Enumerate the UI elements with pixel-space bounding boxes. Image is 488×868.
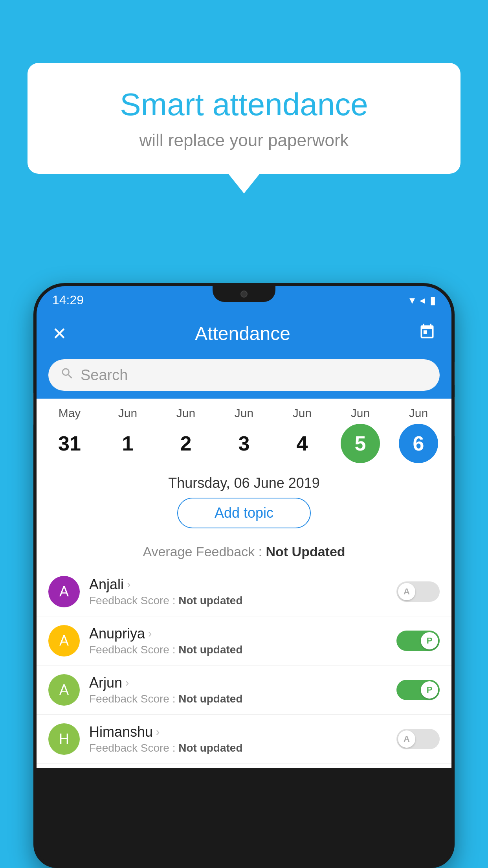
content-area: May31Jun1Jun2Jun3Jun4Jun5Jun6 Thursday, … bbox=[37, 399, 451, 768]
power-button-bottom bbox=[454, 397, 455, 436]
notch bbox=[213, 286, 275, 302]
camera bbox=[240, 291, 248, 298]
calendar-day[interactable]: Jun3 bbox=[220, 406, 268, 463]
calendar-day[interactable]: Jun4 bbox=[279, 406, 326, 463]
toggle-knob: A bbox=[398, 583, 415, 600]
wifi-icon: ▾ bbox=[409, 294, 415, 307]
student-info: Himanshu ›Feedback Score : Not updated bbox=[89, 724, 387, 754]
chevron-icon: › bbox=[156, 726, 160, 738]
student-feedback: Feedback Score : Not updated bbox=[89, 644, 387, 656]
app-header: ✕ Attendance bbox=[37, 314, 451, 353]
volume-button bbox=[33, 393, 34, 425]
calendar-day[interactable]: Jun1 bbox=[104, 406, 151, 463]
toggle-knob: P bbox=[421, 681, 438, 699]
phone-inner: 14:29 ▾ ◂ ▮ ✕ Attendance bbox=[37, 286, 451, 865]
power-button-top bbox=[454, 362, 455, 385]
search-bar-wrapper: Search bbox=[37, 353, 451, 399]
avatar: H bbox=[48, 723, 80, 755]
student-info: Arjun ›Feedback Score : Not updated bbox=[89, 675, 387, 705]
student-info: Anupriya ›Feedback Score : Not updated bbox=[89, 625, 387, 656]
calendar-day[interactable]: Jun5 bbox=[337, 406, 384, 463]
battery-icon: ▮ bbox=[430, 294, 436, 307]
student-info: Anjali ›Feedback Score : Not updated bbox=[89, 576, 387, 607]
selected-date-label: Thursday, 06 June 2019 bbox=[37, 463, 451, 498]
attendance-toggle[interactable]: P bbox=[396, 680, 440, 700]
avatar: A bbox=[48, 674, 80, 706]
status-time: 14:29 bbox=[52, 293, 84, 307]
phone-frame: 14:29 ▾ ◂ ▮ ✕ Attendance bbox=[33, 283, 455, 868]
avg-feedback: Average Feedback : Not Updated bbox=[37, 535, 451, 563]
avatar: A bbox=[48, 576, 80, 607]
calendar-row: May31Jun1Jun2Jun3Jun4Jun5Jun6 bbox=[37, 399, 451, 463]
calendar-day[interactable]: Jun6 bbox=[395, 406, 442, 463]
student-name: Anjali › bbox=[89, 576, 387, 593]
status-icons: ▾ ◂ ▮ bbox=[409, 294, 436, 307]
student-list: AAnjali ›Feedback Score : Not updatedAAA… bbox=[37, 563, 451, 768]
chevron-icon: › bbox=[148, 627, 152, 640]
student-feedback: Feedback Score : Not updated bbox=[89, 594, 387, 607]
speech-bubble: Smart attendance will replace your paper… bbox=[28, 63, 460, 174]
calendar-day[interactable]: Jun2 bbox=[162, 406, 209, 463]
student-item[interactable]: AAnjali ›Feedback Score : Not updatedA bbox=[37, 567, 451, 616]
student-item[interactable]: AArjun ›Feedback Score : Not updatedP bbox=[37, 666, 451, 715]
attendance-toggle[interactable]: P bbox=[396, 631, 440, 651]
avg-feedback-value: Not Updated bbox=[266, 544, 345, 559]
student-name: Himanshu › bbox=[89, 724, 387, 740]
attendance-toggle[interactable]: A bbox=[396, 581, 440, 602]
header-title: Attendance bbox=[195, 323, 290, 344]
signal-icon: ◂ bbox=[420, 294, 425, 307]
calendar-icon[interactable] bbox=[418, 323, 436, 344]
speech-bubble-arrow bbox=[228, 174, 260, 193]
search-icon bbox=[60, 366, 74, 384]
search-placeholder: Search bbox=[81, 367, 128, 384]
toggle-knob: P bbox=[421, 632, 438, 649]
speech-bubble-title: Smart attendance bbox=[59, 86, 429, 123]
chevron-icon: › bbox=[125, 677, 129, 689]
speech-bubble-container: Smart attendance will replace your paper… bbox=[28, 63, 460, 193]
search-bar[interactable]: Search bbox=[48, 359, 440, 391]
student-item[interactable]: HHimanshu ›Feedback Score : Not updatedA bbox=[37, 715, 451, 764]
toggle-knob: A bbox=[398, 730, 415, 748]
avatar: A bbox=[48, 625, 80, 657]
chevron-icon: › bbox=[127, 578, 130, 591]
speech-bubble-subtitle: will replace your paperwork bbox=[59, 131, 429, 150]
student-item[interactable]: AAnupriya ›Feedback Score : Not updatedP bbox=[37, 616, 451, 666]
attendance-toggle[interactable]: A bbox=[396, 729, 440, 749]
add-topic-button[interactable]: Add topic bbox=[177, 498, 311, 528]
student-name: Arjun › bbox=[89, 675, 387, 691]
status-bar: 14:29 ▾ ◂ ▮ bbox=[37, 286, 451, 314]
student-name: Anupriya › bbox=[89, 625, 387, 642]
close-button[interactable]: ✕ bbox=[52, 324, 67, 344]
calendar-day[interactable]: May31 bbox=[46, 406, 93, 463]
student-feedback: Feedback Score : Not updated bbox=[89, 742, 387, 754]
avg-feedback-label: Average Feedback : bbox=[143, 544, 266, 559]
student-feedback: Feedback Score : Not updated bbox=[89, 693, 387, 705]
